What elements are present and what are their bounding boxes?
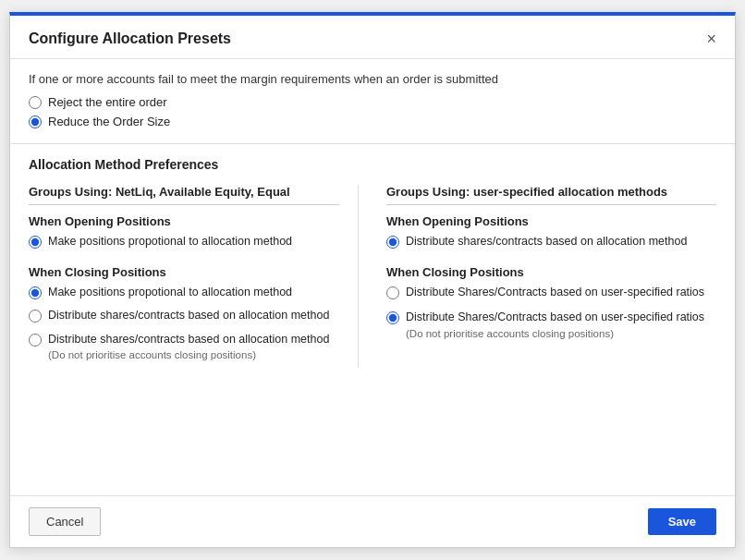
col2-closing-opt1[interactable]: Distribute Shares/Contracts based on use… [386, 285, 716, 303]
col2-closing-label2: Distribute Shares/Contracts based on use… [406, 310, 704, 326]
dialog-title: Configure Allocation Presets [29, 30, 231, 47]
col1-closing-opt2[interactable]: Distribute shares/contracts based on all… [29, 308, 339, 324]
col1-closing-label1: Make positions propotional to allocation… [48, 285, 292, 301]
col1-opening-label1: Make positions propotional to allocation… [48, 234, 292, 250]
col1-closing-radio1[interactable] [29, 286, 42, 299]
allocation-col1: Groups Using: NetLiq, Available Equity, … [29, 185, 359, 368]
allocation-section: Allocation Method Preferences Groups Usi… [10, 144, 735, 495]
col1-header: Groups Using: NetLiq, Available Equity, … [29, 185, 339, 205]
reduce-order-label[interactable]: Reduce the Order Size [48, 115, 170, 128]
reduce-order-radio[interactable] [29, 116, 42, 128]
reduce-order-option[interactable]: Reduce the Order Size [29, 115, 716, 128]
col1-closing-sub3: (Do not prioritise accounts closing posi… [48, 349, 329, 360]
col1-closing-label2: Distribute shares/contracts based on all… [48, 308, 329, 324]
reject-order-radio[interactable] [29, 96, 42, 109]
col2-closing-sub2: (Do not prioritise accounts closing posi… [406, 328, 704, 339]
col1-closing-opt3[interactable]: Distribute shares/contracts based on all… [29, 332, 339, 361]
col2-opening-opt1[interactable]: Distribute shares/contracts based on all… [386, 234, 716, 250]
close-button[interactable]: × [706, 30, 716, 47]
col2-closing-opt2[interactable]: Distribute Shares/Contracts based on use… [386, 310, 716, 339]
dialog-header: Configure Allocation Presets × [10, 16, 735, 59]
dialog-footer: Cancel Save [10, 495, 735, 547]
margin-section: If one or more accounts fail to meet the… [10, 59, 735, 144]
margin-description: If one or more accounts fail to meet the… [29, 72, 716, 86]
reject-order-label[interactable]: Reject the entire order [48, 95, 167, 109]
allocation-columns: Groups Using: NetLiq, Available Equity, … [29, 185, 716, 368]
col2-closing-radio2[interactable] [386, 311, 399, 324]
col2-opening-label1: Distribute shares/contracts based on all… [406, 234, 687, 250]
col1-closing-title: When Closing Positions [29, 265, 339, 279]
col2-closing-section: When Closing Positions Distribute Shares… [386, 265, 716, 339]
save-button[interactable]: Save [648, 508, 716, 535]
col1-opening-opt1[interactable]: Make positions propotional to allocation… [29, 234, 339, 250]
col2-closing-label1: Distribute Shares/Contracts based on use… [406, 285, 704, 301]
cancel-button[interactable]: Cancel [29, 507, 101, 536]
col2-opening-title: When Opening Positions [386, 214, 716, 228]
col1-closing-label3: Distribute shares/contracts based on all… [48, 332, 329, 348]
col1-opening-radio1[interactable] [29, 236, 42, 249]
col2-closing-title: When Closing Positions [386, 265, 716, 279]
allocation-col2: Groups Using: user-specified allocation … [386, 185, 716, 368]
col1-closing-radio3[interactable] [29, 334, 42, 347]
configure-allocation-dialog: Configure Allocation Presets × If one or… [9, 12, 736, 548]
col1-closing-opt1[interactable]: Make positions propotional to allocation… [29, 285, 339, 301]
col1-opening-title: When Opening Positions [29, 214, 339, 228]
col2-closing-radio1[interactable] [386, 286, 399, 299]
col2-opening-section: When Opening Positions Distribute shares… [386, 214, 716, 250]
allocation-section-title: Allocation Method Preferences [29, 157, 716, 172]
col1-closing-radio2[interactable] [29, 310, 42, 323]
reject-order-option[interactable]: Reject the entire order [29, 95, 716, 109]
col1-opening-section: When Opening Positions Make positions pr… [29, 214, 339, 250]
col2-header: Groups Using: user-specified allocation … [386, 185, 716, 205]
col1-closing-section: When Closing Positions Make positions pr… [29, 265, 339, 361]
col2-opening-radio1[interactable] [386, 236, 399, 249]
